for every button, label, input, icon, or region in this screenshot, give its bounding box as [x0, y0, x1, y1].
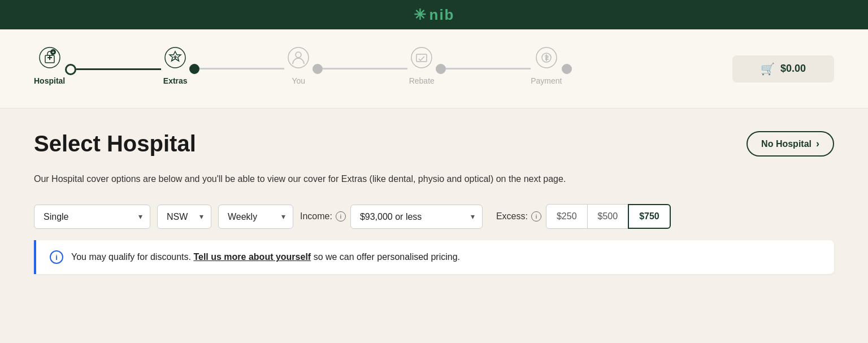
svg-text:+: + — [51, 50, 54, 55]
info-banner-link[interactable]: Tell us more about yourself — [193, 252, 311, 262]
line-4 — [446, 68, 531, 70]
svg-rect-3 — [49, 55, 50, 60]
state-select[interactable]: NSW VIC QLD SA WA TAS ACT NT — [157, 205, 211, 229]
extras-icon — [161, 44, 189, 72]
connector-5 — [562, 64, 572, 74]
info-banner: i You may qualify for discounts. Tell us… — [34, 240, 834, 274]
income-info-icon[interactable]: i — [336, 211, 346, 222]
dot-rebate — [436, 64, 446, 74]
line-1 — [76, 68, 161, 70]
filter-row: Single Couple Family Single Parent Famil… — [34, 204, 834, 229]
you-label: You — [292, 76, 305, 85]
income-wrapper[interactable]: $93,000 or less $93,001 – $108,000 $108,… — [350, 205, 483, 229]
svg-point-9 — [411, 47, 432, 68]
connector-1 — [65, 64, 161, 75]
dot-hospital — [65, 64, 76, 75]
excess-label: Excess: i — [496, 211, 541, 222]
step-hospital[interactable]: + Hospital — [34, 44, 65, 94]
dot-you — [313, 64, 323, 74]
svg-rect-10 — [416, 54, 427, 62]
cart[interactable]: 🛒 $0.00 — [732, 55, 834, 83]
connector-2 — [189, 64, 284, 74]
hospital-label: Hospital — [34, 76, 65, 85]
no-hospital-label: No Hospital — [761, 139, 811, 149]
excess-buttons: $250 $500 $750 — [546, 204, 671, 229]
cart-icon: 🛒 — [761, 62, 775, 76]
rebate-icon — [407, 44, 436, 72]
main-content: Select Hospital No Hospital › Our Hospit… — [0, 108, 868, 291]
rebate-label: Rebate — [409, 76, 435, 85]
line-3 — [323, 68, 407, 70]
chevron-right-icon: › — [816, 138, 819, 150]
line-2 — [199, 68, 284, 70]
page-title: Select Hospital — [34, 131, 196, 157]
you-icon — [284, 44, 313, 72]
header: ✳ nib — [0, 0, 868, 29]
excess-250-button[interactable]: $250 — [546, 204, 588, 229]
nib-logo: ✳ nib — [414, 6, 455, 24]
step-payment[interactable]: Payment — [531, 44, 562, 94]
cover-type-select[interactable]: Single Couple Family Single Parent Famil… — [34, 205, 150, 229]
page-title-row: Select Hospital No Hospital › — [34, 131, 834, 157]
step-extras[interactable]: Extras — [161, 44, 189, 94]
hospital-icon: + — [36, 44, 64, 72]
income-select[interactable]: $93,000 or less $93,001 – $108,000 $108,… — [350, 205, 483, 229]
dot-extras — [189, 64, 199, 74]
extras-label: Extras — [163, 76, 188, 85]
logo-text: nib — [429, 6, 455, 24]
dot-payment — [562, 64, 572, 74]
info-circle-icon: i — [50, 250, 63, 264]
cart-amount: $0.00 — [780, 63, 806, 75]
steps-row: + Hospital Extras — [34, 44, 572, 94]
step-you[interactable]: You — [284, 44, 313, 94]
income-group: Income: i $93,000 or less $93,001 – $108… — [300, 205, 483, 229]
excess-750-button[interactable]: $750 — [628, 204, 671, 229]
info-banner-text: You may qualify for discounts. Tell us m… — [71, 252, 460, 262]
state-wrapper[interactable]: NSW VIC QLD SA WA TAS ACT NT ▾ — [157, 205, 211, 229]
excess-info-icon[interactable]: i — [531, 211, 541, 222]
logo-asterisk: ✳ — [414, 6, 427, 24]
excess-500-button[interactable]: $500 — [588, 204, 628, 229]
no-hospital-button[interactable]: No Hospital › — [747, 131, 834, 157]
subtitle: Our Hospital cover options are below and… — [34, 172, 834, 186]
excess-group: Excess: i $250 $500 $750 — [489, 204, 671, 229]
connector-3 — [313, 64, 407, 74]
step-rebate[interactable]: Rebate — [407, 44, 436, 94]
cover-type-wrapper[interactable]: Single Couple Family Single Parent Famil… — [34, 205, 150, 229]
svg-point-8 — [296, 52, 301, 58]
frequency-wrapper[interactable]: Weekly Fortnightly Monthly Annually ▾ — [218, 205, 293, 229]
nav-bar: + Hospital Extras — [0, 29, 868, 108]
payment-icon — [532, 44, 561, 72]
payment-label: Payment — [531, 76, 562, 85]
frequency-select[interactable]: Weekly Fortnightly Monthly Annually — [218, 205, 293, 229]
connector-4 — [436, 64, 531, 74]
income-label: Income: i — [300, 211, 346, 222]
